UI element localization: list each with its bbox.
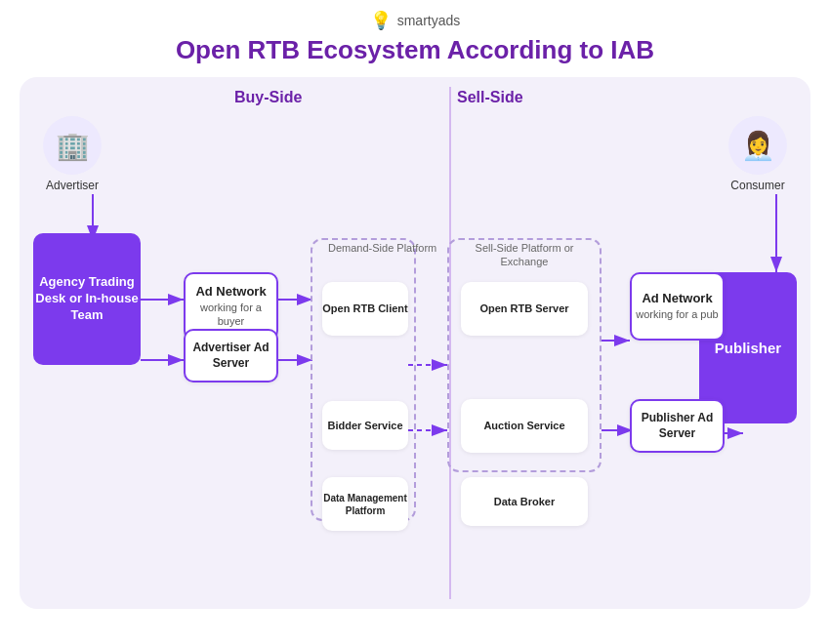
agency-trading-desk-box: Agency Trading Desk or In-house Team bbox=[33, 233, 141, 365]
publisher-ad-server-box: Publisher Ad Server bbox=[630, 399, 725, 453]
bidder-service-box: Bidder Service bbox=[322, 401, 408, 450]
logo-icon: 💡 bbox=[370, 10, 392, 31]
ssp-label: Sell-Side Platform or Exchange bbox=[457, 241, 592, 269]
consumer-box: 👩‍💼 Consumer bbox=[719, 116, 797, 192]
sell-side-label: Sell-Side bbox=[457, 89, 523, 106]
consumer-icon: 👩‍💼 bbox=[728, 116, 787, 175]
advertiser-ad-server-box: Advertiser Ad Server bbox=[184, 329, 278, 382]
dsp-label: Demand-Side Platform bbox=[328, 241, 436, 255]
data-mgmt-box: Data Management Platform bbox=[322, 477, 408, 531]
diagram-container: Buy-Side Sell-Side 🏢 Advertiser 👩‍💼 Cons… bbox=[20, 77, 810, 609]
logo-text: smartyads bbox=[397, 13, 461, 28]
open-rtb-server-box: Open RTB Server bbox=[461, 282, 588, 336]
advertiser-icon: 🏢 bbox=[43, 116, 102, 175]
consumer-label: Consumer bbox=[719, 179, 797, 192]
logo-row: 💡 smartyads bbox=[370, 10, 461, 31]
buy-side-label: Buy-Side bbox=[234, 89, 302, 106]
page: 💡 smartyads Open RTB Ecosystem According… bbox=[0, 0, 830, 644]
advertiser-box: 🏢 Advertiser bbox=[33, 116, 111, 192]
auction-service-box: Auction Service bbox=[461, 399, 588, 453]
page-title: Open RTB Ecosystem According to IAB bbox=[176, 35, 654, 65]
ad-network-pub-box: Ad Network working for a pub bbox=[630, 272, 725, 341]
advertiser-label: Advertiser bbox=[33, 179, 111, 192]
open-rtb-client-box: Open RTB Client bbox=[322, 282, 408, 336]
data-broker-box: Data Broker bbox=[461, 477, 588, 526]
